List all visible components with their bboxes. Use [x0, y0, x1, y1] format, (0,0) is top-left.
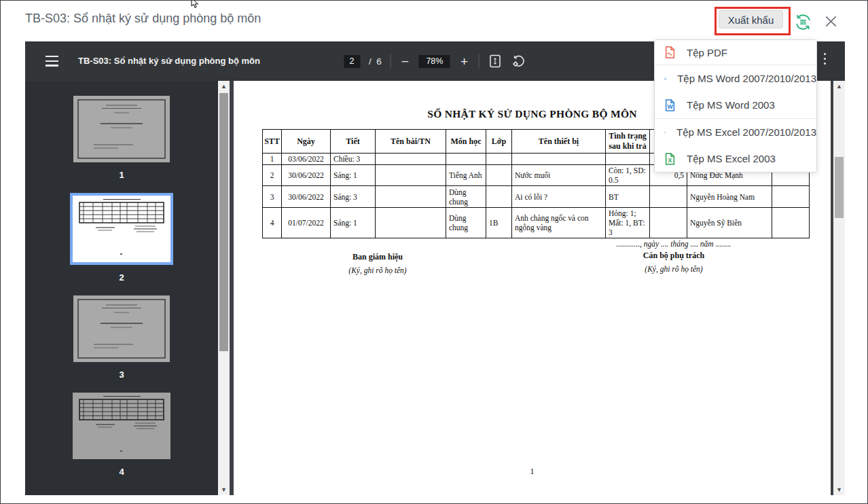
table-cell: 2 — [263, 165, 282, 186]
menu-item-label: Tệp PDF — [687, 47, 727, 58]
page-thumbnail[interactable] — [70, 193, 173, 265]
zoom-in-button[interactable]: + — [459, 55, 469, 68]
table-cell: 3 — [263, 186, 282, 208]
table-header-cell: Môn học — [446, 130, 486, 154]
thumbnail-page-number: 2 — [70, 272, 173, 283]
table-cell: BT — [606, 186, 650, 208]
export-menu-item[interactable]: XTệp MS Excel 2003 — [655, 145, 816, 172]
menu-item-label: Tệp MS Excel 2003 — [687, 153, 776, 164]
svg-text:X: X — [665, 132, 666, 132]
export-menu: Tệp PDF WTệp MS Word 2007/2010/2013 WTệp… — [654, 39, 817, 173]
table-cell: Sáng: 3 — [331, 186, 376, 208]
signature-title: Cán bộ phụ trách — [596, 251, 752, 261]
table-cell — [606, 154, 650, 165]
table-cell — [376, 208, 446, 238]
page-thumbnail[interactable] — [73, 96, 170, 162]
document-page-number: 1 — [234, 467, 831, 477]
table-cell — [772, 186, 810, 208]
close-icon[interactable] — [823, 14, 839, 32]
scroll-up-icon[interactable]: ▲ — [833, 81, 845, 92]
rotate-icon[interactable] — [511, 54, 526, 69]
table-cell — [650, 186, 687, 208]
word-file-icon: W — [664, 73, 666, 85]
table-cell: 1B — [486, 208, 512, 238]
pdf-file-icon — [664, 46, 676, 58]
scroll-up-icon[interactable]: ▲ — [218, 81, 230, 92]
thumbnail-list: 1 2 3 4 — [25, 81, 218, 477]
sync-data-icon[interactable] — [794, 13, 812, 34]
table-cell: 03/06/2022 — [282, 154, 331, 165]
thumbnail-block: 1 — [73, 96, 170, 180]
zoom-level[interactable]: 78% — [419, 55, 450, 68]
modal-title: TB-S03: Sổ nhật ký sử dụng phòng bộ môn — [25, 12, 261, 26]
table-row: 401/07/2022Sáng: 1Dùng chung1BAnh chàng … — [263, 208, 810, 238]
thumbnail-sidebar: 1 2 3 4 — [25, 81, 218, 495]
export-menu-item[interactable]: WTệp MS Word 2003 — [655, 92, 816, 118]
sidebar-toggle-icon[interactable] — [46, 56, 58, 67]
svg-text:W: W — [667, 103, 673, 109]
more-options-icon[interactable] — [824, 53, 826, 67]
signature-note: (Ký, ghi rõ họ tên) — [596, 265, 752, 273]
excel-file-icon: X — [664, 126, 666, 139]
table-cell — [376, 165, 446, 186]
table-header-cell: Tên bài/TN — [376, 130, 446, 154]
scroll-down-icon[interactable]: ▼ — [833, 484, 845, 495]
page-count: 6 — [376, 56, 382, 67]
table-cell: Còn: 1, SD: 0.5 — [606, 165, 650, 186]
table-cell: 4 — [263, 208, 282, 238]
table-cell — [772, 208, 810, 238]
table-header-cell: Tiết — [331, 130, 376, 154]
thumbnail-page-number: 1 — [73, 170, 170, 180]
signature-left: Ban giám hiệu (Ký, ghi rõ họ tên) — [310, 252, 446, 274]
pdf-doc-title: TB-S03: Sổ nhật ký sử dụng phòng bộ môn — [78, 56, 260, 66]
signature-title: Ban giám hiệu — [310, 252, 446, 262]
table-cell: Nguyễn Hoàng Nam — [687, 186, 772, 208]
thumbnail-page-number: 3 — [73, 370, 170, 380]
table-header-cell: Tình trạng sau khi trả — [606, 130, 650, 154]
export-button[interactable]: Xuất khẩu — [719, 10, 783, 29]
export-menu-item[interactable]: WTệp MS Word 2007/2010/2013 — [655, 65, 816, 92]
table-cell: Sáng: 1 — [331, 165, 376, 186]
menu-item-label: Tệp MS Excel 2007/2010/2013 — [676, 126, 816, 138]
sidebar-scrollbar[interactable]: ▲ ▼ — [218, 81, 230, 495]
thumbnail-block: 2 — [70, 193, 173, 283]
table-cell: Ai có lỗi ? — [512, 186, 606, 208]
table-cell: Sáng: 1 — [331, 208, 376, 238]
menu-item-label: Tệp MS Word 2003 — [687, 99, 775, 111]
thumbnail-block: 3 — [73, 295, 170, 380]
page-thumbnail[interactable] — [73, 393, 170, 459]
table-cell: Nguyễn Sỹ Biên — [687, 208, 772, 238]
mouse-cursor — [189, 0, 200, 10]
table-cell — [486, 186, 512, 208]
sidebar-scrollbar-thumb[interactable] — [219, 93, 228, 351]
table-cell: 30/06/2022 — [282, 186, 331, 208]
signature-note: (Ký, ghi rõ họ tên) — [310, 266, 446, 274]
table-cell: Hỏng: 1; Mất: 1, BT: 3 — [606, 208, 650, 238]
table-cell: Anh chàng ngốc và con ngỗng vàng — [512, 208, 606, 238]
page-number-input[interactable]: 2 — [344, 55, 360, 68]
report-preview-modal: TB-S03: Sổ nhật ký sử dụng phòng bộ môn … — [0, 0, 868, 504]
table-cell: 01/07/2022 — [282, 208, 331, 238]
thumbnail-page-number: 4 — [73, 467, 170, 477]
table-cell — [376, 154, 446, 165]
thumbnail-block: 4 — [73, 393, 170, 477]
scroll-down-icon[interactable]: ▼ — [218, 484, 230, 495]
table-header-cell: Lớp — [486, 130, 512, 154]
menu-item-label: Tệp MS Word 2007/2010/2013 — [677, 73, 816, 84]
signature-date-line: ............, ngày .... tháng .... năm .… — [596, 240, 752, 248]
main-scrollbar-thumb[interactable] — [835, 157, 844, 218]
word-file-icon: W — [664, 99, 676, 111]
fit-to-page-icon[interactable] — [488, 54, 502, 69]
zoom-out-button[interactable]: − — [400, 55, 410, 68]
table-header-cell: STT — [263, 130, 282, 154]
page-separator: / — [369, 56, 372, 67]
export-menu-item[interactable]: Tệp PDF — [655, 40, 816, 65]
table-row: 330/06/2022Sáng: 3Dùng chungAi có lỗi ?B… — [263, 186, 810, 208]
page-thumbnail[interactable] — [73, 295, 170, 362]
table-cell — [486, 165, 512, 186]
main-scrollbar[interactable]: ▲ ▼ — [833, 81, 845, 495]
table-header-cell: Ngày — [282, 130, 331, 154]
table-cell — [446, 154, 486, 165]
table-cell: Dùng chung — [446, 186, 486, 208]
export-menu-item[interactable]: XTệp MS Excel 2007/2010/2013 — [655, 119, 816, 145]
